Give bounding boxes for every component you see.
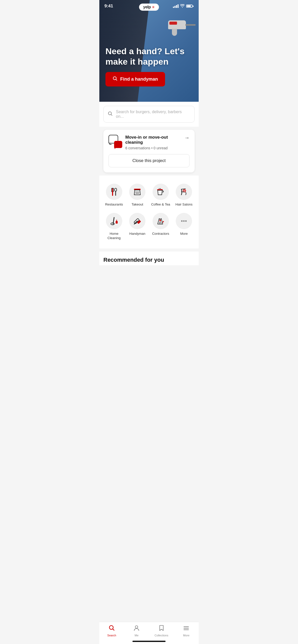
category-handyman[interactable]: Handyman xyxy=(127,211,148,242)
svg-point-12 xyxy=(184,190,185,191)
category-label-restaurants: Restaurants xyxy=(105,202,123,207)
category-label-handyman: Handyman xyxy=(129,232,145,236)
category-more[interactable]: More xyxy=(173,211,195,242)
svg-point-25 xyxy=(185,220,187,222)
svg-rect-18 xyxy=(137,220,141,224)
battery-icon xyxy=(186,5,194,8)
hero-content: Need a hand? Let's make it happen Find a… xyxy=(105,46,193,86)
hair-icon-wrap xyxy=(176,184,192,200)
more-icon-wrap xyxy=(176,213,192,229)
svg-rect-5 xyxy=(115,188,117,191)
svg-rect-22 xyxy=(162,221,164,223)
svg-point-24 xyxy=(183,220,185,222)
yelp-text: yelp xyxy=(143,5,151,9)
contractors-icon-wrap xyxy=(153,213,169,229)
project-text: Move-in or move-out cleaning 6 conversat… xyxy=(125,135,184,150)
category-takeout[interactable]: Takeout xyxy=(127,182,148,209)
project-card: Move-in or move-out cleaning 6 conversat… xyxy=(103,130,195,172)
search-placeholder: Search for burgers, delivery, barbers on… xyxy=(116,110,190,119)
category-label-coffee: Coffee & Tea xyxy=(151,202,170,207)
arrow-icon[interactable]: → xyxy=(184,135,189,141)
svg-point-14 xyxy=(111,223,114,225)
takeout-icon-wrap xyxy=(129,184,145,200)
svg-point-23 xyxy=(181,220,183,222)
category-label-contractors: Contractors xyxy=(152,232,169,236)
svg-rect-20 xyxy=(159,222,161,224)
cleaning-icon-wrap xyxy=(106,213,122,229)
search-section: Search for burgers, delivery, barbers on… xyxy=(99,102,199,127)
category-label-takeout: Takeout xyxy=(131,202,143,207)
project-title: Move-in or move-out cleaning xyxy=(125,135,184,145)
find-handyman-button[interactable]: Find a handyman xyxy=(105,72,165,86)
signal-icon xyxy=(173,4,179,8)
status-bar: 9:41 yelp ✳ xyxy=(99,0,199,11)
category-label-more: More xyxy=(180,232,188,236)
search-icon xyxy=(108,111,113,118)
category-section: Restaurants Takeout xyxy=(99,175,199,248)
category-label-hair: Hair Salons xyxy=(175,202,193,207)
category-restaurants[interactable]: Restaurants xyxy=(103,182,125,209)
category-label-cleaning: Home Cleaning xyxy=(104,232,124,240)
search-bar[interactable]: Search for burgers, delivery, barbers on… xyxy=(103,106,195,123)
find-handyman-label: Find a handyman xyxy=(120,77,158,82)
svg-point-21 xyxy=(159,220,161,221)
status-time: 9:41 xyxy=(104,4,113,9)
handyman-icon-wrap xyxy=(129,213,145,229)
recommended-section: Recommended for you xyxy=(99,252,199,265)
coffee-icon-wrap xyxy=(153,184,169,200)
recommended-title: Recommended for you xyxy=(103,257,195,263)
category-coffee[interactable]: Coffee & Tea xyxy=(150,182,171,209)
svg-rect-15 xyxy=(116,221,118,224)
hero-section: 9:41 yelp ✳ xyxy=(99,0,199,102)
category-hair-salons[interactable]: Hair Salons xyxy=(173,182,195,209)
category-home-cleaning[interactable]: Home Cleaning xyxy=(103,211,125,242)
wifi-icon xyxy=(180,4,185,8)
hero-title: Need a hand? Let's make it happen xyxy=(105,46,193,67)
status-icons xyxy=(173,4,194,8)
restaurant-icon-wrap xyxy=(106,184,122,200)
search-icon xyxy=(113,76,118,82)
project-header: Move-in or move-out cleaning 6 conversat… xyxy=(109,135,189,150)
category-contractors[interactable]: Contractors xyxy=(150,211,171,242)
close-project-button[interactable]: Close this project xyxy=(109,154,189,167)
chat-icon xyxy=(109,135,122,149)
yelp-logo: yelp ✳ xyxy=(139,4,159,11)
category-grid: Restaurants Takeout xyxy=(103,182,195,242)
project-info: Move-in or move-out cleaning 6 conversat… xyxy=(109,135,184,150)
project-meta: 6 conversations • 0 unread xyxy=(125,146,184,150)
yelp-star: ✳ xyxy=(152,5,155,9)
